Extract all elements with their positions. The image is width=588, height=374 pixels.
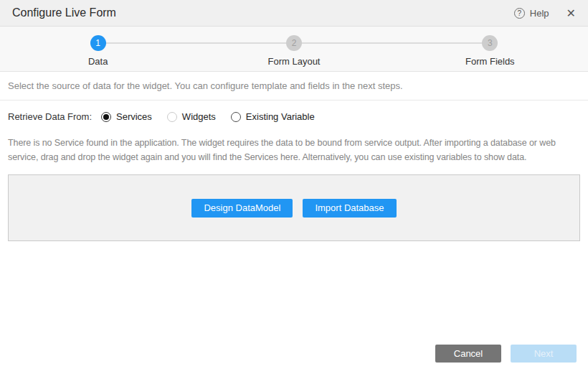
instruction-text: Select the source of data for the widget… <box>0 72 588 100</box>
radio-option-widgets: Widgets <box>167 111 216 122</box>
design-datamodel-button[interactable]: Design DataModel <box>191 199 293 218</box>
data-source-radio-group: Services Widgets Existing Variable <box>101 111 315 122</box>
empty-service-panel: Design DataModel Import Database <box>8 174 580 241</box>
dialog-header: Configure Live Form ? Help ✕ <box>0 0 588 27</box>
help-icon[interactable]: ? <box>514 8 525 19</box>
step-data[interactable]: 1 Data <box>0 35 196 71</box>
cancel-button[interactable]: Cancel <box>435 345 501 363</box>
step-3-circle: 3 <box>482 35 498 51</box>
import-database-button[interactable]: Import Database <box>303 199 396 218</box>
radio-option-services[interactable]: Services <box>101 111 152 122</box>
step-2-circle: 2 <box>286 35 302 51</box>
radio-existing-variable-icon[interactable] <box>231 112 241 122</box>
radio-services-selected-icon[interactable] <box>101 112 111 122</box>
header-actions: ? Help ✕ <box>514 6 576 20</box>
radio-existing-variable-label: Existing Variable <box>246 111 315 122</box>
retrieve-data-row: Retrieve Data From: Services Widgets Exi… <box>0 100 588 122</box>
no-service-message: There is no Service found in the applica… <box>8 136 580 164</box>
step-form-layout[interactable]: 2 Form Layout <box>196 35 392 71</box>
next-button[interactable]: Next <box>511 345 577 363</box>
step-2-label: Form Layout <box>268 56 321 67</box>
help-link[interactable]: Help <box>530 8 549 19</box>
radio-widgets-disabled-icon <box>167 112 177 122</box>
step-1-label: Data <box>88 56 108 67</box>
radio-services-label: Services <box>116 111 152 122</box>
dialog-footer: Cancel Next <box>435 345 577 363</box>
step-1-circle: 1 <box>90 35 106 51</box>
close-icon[interactable]: ✕ <box>566 6 576 20</box>
step-3-label: Form Fields <box>465 56 515 67</box>
dialog-title: Configure Live Form <box>12 6 514 19</box>
radio-option-existing-variable[interactable]: Existing Variable <box>231 111 315 122</box>
wizard-stepper: 1 Data 2 Form Layout 3 Form Fields <box>0 27 588 72</box>
configure-live-form-dialog: Configure Live Form ? Help ✕ 1 Data 2 Fo… <box>0 0 588 374</box>
step-form-fields[interactable]: 3 Form Fields <box>392 35 588 71</box>
retrieve-data-label: Retrieve Data From: <box>8 111 101 122</box>
radio-widgets-label: Widgets <box>182 111 216 122</box>
